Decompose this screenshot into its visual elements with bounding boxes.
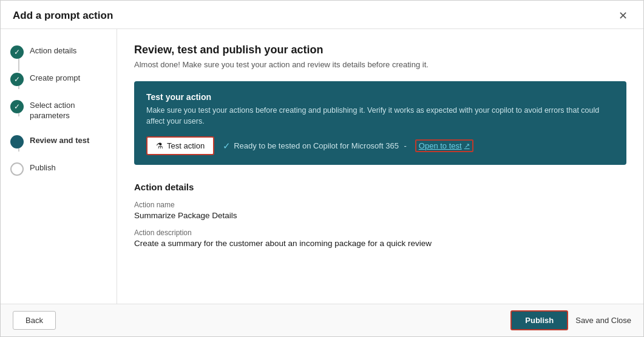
- dialog-title: Add a prompt action: [13, 10, 113, 22]
- action-name-value: Summarize Package Details: [134, 211, 626, 220]
- open-to-test-link[interactable]: Open to test ↗: [415, 139, 473, 152]
- open-to-test-label: Open to test: [419, 141, 462, 150]
- separator: -: [402, 141, 407, 150]
- sidebar-item-create-prompt[interactable]: ✓ Create prompt: [1, 59, 117, 86]
- publish-button[interactable]: Publish: [510, 310, 568, 330]
- test-action-button[interactable]: ⚗ Test action: [146, 136, 214, 155]
- action-name-label: Action name: [134, 201, 626, 209]
- action-description-group: Action description Create a summary for …: [134, 229, 626, 248]
- section-title: Review, test and publish your action: [134, 44, 626, 56]
- section-subtitle: Almost done! Make sure you test your act…: [134, 60, 626, 69]
- step-icon-review-and-test: [10, 135, 24, 148]
- close-button[interactable]: ✕: [615, 9, 631, 22]
- dialog: Add a prompt action ✕ ✓ Action details ✓…: [0, 0, 644, 337]
- sidebar-label-create-prompt: Create prompt: [30, 72, 80, 84]
- dialog-footer: Back Publish Save and Close: [1, 304, 643, 336]
- test-box-description: Make sure you test your actions before c…: [146, 105, 614, 127]
- step-icon-publish: [10, 162, 24, 176]
- sidebar-item-action-details[interactable]: ✓ Action details: [1, 41, 117, 59]
- flask-icon: ⚗: [156, 141, 163, 150]
- sidebar-item-publish[interactable]: Publish: [1, 148, 117, 179]
- save-close-button[interactable]: Save and Close: [575, 316, 631, 325]
- action-details-heading: Action details: [134, 182, 626, 192]
- dialog-body: ✓ Action details ✓ Create prompt ✓ Selec…: [1, 29, 643, 304]
- footer-right: Publish Save and Close: [510, 310, 631, 330]
- test-box-actions: ⚗ Test action ✓ Ready to be tested on Co…: [146, 136, 614, 155]
- external-link-icon: ↗: [464, 142, 470, 150]
- ready-label: Ready to be tested on Copilot for Micros…: [234, 141, 399, 150]
- test-action-label: Test action: [167, 141, 205, 150]
- sidebar-label-publish: Publish: [30, 162, 56, 173]
- dialog-header: Add a prompt action ✕: [1, 1, 643, 29]
- sidebar: ✓ Action details ✓ Create prompt ✓ Selec…: [1, 29, 117, 304]
- step-icon-action-details: ✓: [10, 45, 24, 59]
- checkmark-icon: ✓: [223, 141, 231, 152]
- sidebar-item-review-and-test[interactable]: Review and test: [1, 121, 117, 148]
- action-details-section: Action details Action name Summarize Pac…: [134, 182, 626, 256]
- action-name-group: Action name Summarize Package Details: [134, 201, 626, 220]
- step-icon-select-action-parameters: ✓: [10, 100, 24, 113]
- sidebar-label-action-details: Action details: [30, 45, 76, 56]
- sidebar-label-select-action-parameters: Select action parameters: [30, 99, 107, 121]
- action-description-label: Action description: [134, 229, 626, 237]
- sidebar-item-select-action-parameters[interactable]: ✓ Select action parameters: [1, 86, 117, 121]
- test-action-box: Test your action Make sure you test your…: [134, 81, 626, 165]
- sidebar-label-review-and-test: Review and test: [30, 135, 89, 146]
- action-description-value: Create a summary for the customer about …: [134, 239, 626, 248]
- step-icon-create-prompt: ✓: [10, 73, 24, 86]
- main-content: Review, test and publish your action Alm…: [117, 29, 643, 304]
- ready-text: ✓ Ready to be tested on Copilot for Micr…: [223, 141, 407, 152]
- test-box-title: Test your action: [146, 92, 614, 102]
- back-button[interactable]: Back: [13, 311, 56, 330]
